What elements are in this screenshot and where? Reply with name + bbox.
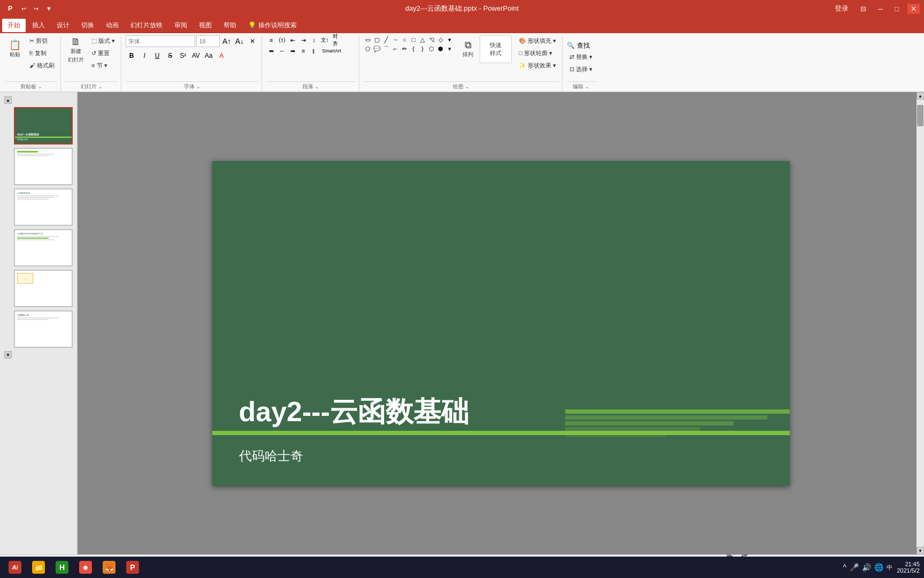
new-slide-btn[interactable]: 🗎 新建 幻灯片 [65,35,87,65]
taskbar-ai[interactable]: Ai [4,559,26,576]
shape-diamond-btn[interactable]: ◇ [436,35,445,44]
tray-cn-icon[interactable]: 中 [887,564,892,572]
shape-bracket2-btn[interactable]: } [418,44,427,53]
shape-more-btn[interactable]: ▾ [445,35,454,44]
underline-btn[interactable]: U [151,50,163,62]
font-size-input[interactable] [196,35,220,47]
shape-pentagon-btn[interactable]: ⬠ [364,44,372,53]
scroll-up-btn[interactable]: ▲ [917,92,924,100]
redo-btn[interactable]: ↪ [32,4,41,13]
shape-fill-btn[interactable]: 🎨 形状填充 ▾ [516,35,559,47]
menu-help[interactable]: 帮助 [218,19,242,32]
taskbar-firefox[interactable]: 🦊 [98,559,120,576]
shape-circle-btn[interactable]: ○ [400,35,409,44]
convert-smartart-btn[interactable]: SmartArt [320,46,343,56]
slide-3-thumb[interactable]: 云函数数基础 [14,188,73,226]
tray-speaker-icon[interactable]: 🔊 [862,563,871,572]
layout-btn[interactable]: ⬚ 版式 ▾ [89,35,118,47]
paste-btn[interactable]: 📋 粘贴 [5,35,25,63]
shape-effect-btn[interactable]: ✨ 形状效果 ▾ [516,60,559,71]
shape-rect2-btn[interactable]: □ [409,35,418,44]
menu-view[interactable]: 视图 [194,19,217,32]
font-size-increase-btn[interactable]: A↑ [221,35,233,47]
taskbar-h[interactable]: H [51,559,73,576]
columns-btn[interactable]: ⫿ [309,46,319,56]
bullets-btn[interactable]: ≡ [266,35,276,45]
strikethrough-btn[interactable]: S [164,50,176,62]
maximize-btn[interactable]: □ [891,4,902,14]
quick-styles-btn[interactable]: 快速样式 [480,35,512,63]
slide-6-thumb[interactable]: 云函数ai sdk [14,310,73,348]
section-btn[interactable]: ≡ 节 ▾ [89,60,118,71]
shape-rounded-btn[interactable]: ▢ [373,35,381,44]
login-btn[interactable]: 登录 [831,3,852,14]
undo-btn[interactable]: ↩ [19,4,28,13]
menu-animations[interactable]: 动画 [101,19,124,32]
shape-rtriangle-btn[interactable]: ◹ [427,35,436,44]
shape-outline-btn[interactable]: □ 形状轮廓 ▾ [516,48,559,59]
tray-network-icon[interactable]: 🌐 [874,563,883,572]
scroll-down-btn[interactable]: ▼ [917,547,924,554]
menu-home[interactable]: 开始 [2,19,26,32]
menu-slideshow[interactable]: 幻灯片放映 [125,19,168,32]
align-left-btn[interactable]: ⬅ [266,46,276,56]
format-painter-btn[interactable]: 🖌 格式刷 [27,60,57,71]
close-btn[interactable]: ✕ [907,4,920,14]
menu-insert[interactable]: 插入 [27,19,50,32]
menu-review[interactable]: 审阅 [169,19,192,32]
shape-curve-btn[interactable]: ⌒ [382,44,390,53]
scroll-thumb[interactable] [917,105,923,126]
clear-format-btn[interactable]: ✕ [247,35,258,47]
arrange-btn[interactable]: ⧉ 排列 [458,35,478,63]
shape-extra-btn[interactable]: ⬡ [427,44,436,53]
ribbon-toggle-btn[interactable]: ⊟ [857,4,869,14]
line-spacing-btn[interactable]: ↕ [309,35,319,45]
shape-callout-btn[interactable]: 💬 [373,44,381,53]
char-spacing-btn[interactable]: Aa [203,50,214,62]
slide-2-thumb[interactable] [14,148,73,185]
font-color-btn[interactable]: A [215,50,227,62]
taskbar-powerpoint[interactable]: P [122,559,143,576]
menu-transitions[interactable]: 切换 [76,19,99,32]
shadow-btn[interactable]: S² [177,50,189,62]
tray-expand-icon[interactable]: ^ [843,563,847,572]
slide-1-thumb[interactable]: day2---云函数基础 代码哈士奇 [14,107,73,144]
shape-freeform-btn[interactable]: ✏ [400,44,409,53]
cut-btn[interactable]: ✂ 剪切 [27,35,57,47]
shape-bracket-btn[interactable]: { [409,44,418,53]
bold-btn[interactable]: B [126,50,137,62]
align-right-btn[interactable]: ➡ [288,46,297,56]
panel-scroll-up[interactable]: ▲ [4,96,12,104]
justify-btn[interactable]: ≡ [298,46,308,56]
quick-access-dropdown[interactable]: ▼ [44,4,54,13]
shape-triangle-btn[interactable]: △ [418,35,427,44]
align-text-btn[interactable]: 对齐 [330,35,340,45]
indent-decrease-btn[interactable]: ⇤ [288,35,297,45]
taskbar-files[interactable]: 📁 [28,559,49,576]
text-dir-btn[interactable]: 文↕ [320,35,329,45]
tray-mic-icon[interactable]: 🎤 [850,563,859,572]
shape-extra2-btn[interactable]: ⬢ [436,44,445,53]
shape-arrow-btn[interactable]: → [391,35,399,44]
minimize-btn[interactable]: ─ [875,4,886,14]
align-center-btn[interactable]: ↔ [277,46,287,56]
numbering-btn[interactable]: ⑴ [277,35,287,45]
font-spacing-btn[interactable]: AV [190,50,202,62]
copy-btn[interactable]: ⎘ 复制 [27,48,57,59]
indent-increase-btn[interactable]: ⇥ [298,35,308,45]
shape-more2-btn[interactable]: ▾ [445,44,454,53]
select-btn[interactable]: ⊡ 选择 ▾ [567,64,595,75]
font-size-decrease-btn[interactable]: A↓ [234,35,245,47]
menu-design[interactable]: 设计 [51,19,75,32]
slide-4-thumb[interactable]: 云函数对应的所有触发方式 [14,229,73,267]
taskbar-record[interactable]: ● [75,559,96,576]
font-name-input[interactable] [126,35,195,47]
menu-search[interactable]: 💡 操作说明搜索 [243,19,302,32]
slide-5-thumb[interactable]: ... [14,270,73,307]
shape-rect-btn[interactable]: ▭ [364,35,372,44]
panel-scroll-down[interactable]: ▼ [4,351,12,359]
reset-btn[interactable]: ↺ 重置 [89,48,118,59]
replace-btn[interactable]: ⇄ 替换 ▾ [567,51,595,63]
shape-connector-btn[interactable]: ⌐ [391,44,399,53]
italic-btn[interactable]: I [138,50,150,62]
